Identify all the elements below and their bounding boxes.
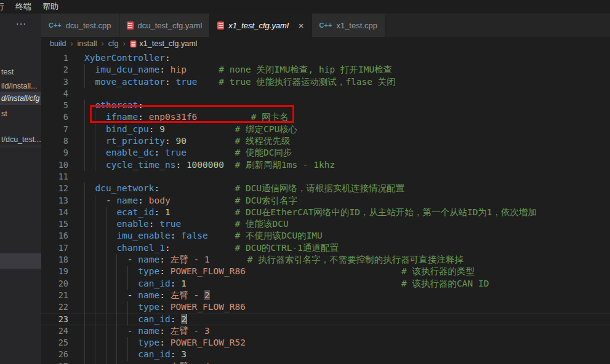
line-number: 15 (41, 218, 68, 230)
code-line[interactable]: 20 can_id: 1 # 该执行器的CAN ID (41, 278, 610, 290)
code-text: rt_priority: 90 # 线程优先级 (84, 135, 290, 147)
tab-label: x1_test.cpp (336, 21, 377, 30)
code-line[interactable]: 5 ethercat: (41, 100, 610, 111)
tab-x1-test-cfg-yaml-active[interactable]: x1_test_cfg.yaml × (210, 14, 311, 37)
tab-bar: C++ dcu_test.cpp dcu_test_cfg.yaml x1_te… (41, 14, 610, 37)
sidebar-item[interactable]: t/dcu_test... (0, 133, 41, 146)
code-line[interactable]: 6 ifname: enp0s31f6 # 网卡名 (41, 111, 610, 123)
sidebar-item[interactable]: ild/install... (0, 79, 41, 93)
code-text: XyberController: (84, 52, 171, 64)
menu-item-terminal[interactable]: 终端 (10, 0, 37, 14)
code-line[interactable]: 4 (41, 88, 610, 100)
line-number: 23 (41, 314, 68, 325)
code-text: - name: body # DCU索引名字 (84, 195, 297, 207)
breadcrumb-item-install[interactable]: install (78, 39, 97, 48)
breadcrumb-file-label: x1_test_cfg.yaml (140, 39, 198, 48)
line-number: 4 (41, 88, 68, 100)
sidebar-item-highlighted[interactable] (0, 253, 41, 269)
sidebar-item-selected[interactable]: d/install/cfg (0, 92, 41, 105)
code-line[interactable]: 7 bind_cpu: 9 # 绑定CPU核心 (41, 124, 610, 135)
code-line[interactable]: 19 type: POWER_FLOW_R86 # 该执行器的类型 (41, 266, 610, 277)
breadcrumb-item-cfg[interactable]: cfg (108, 39, 119, 48)
tab-x1-test-cpp[interactable]: C++ x1_test.cpp (312, 14, 385, 37)
code-text: ecat_id: 1 # DCU在EtherCAT网络中的ID，从主站开始，第一… (84, 207, 537, 218)
code-line[interactable]: 3 move_actuator: true # true 使能执行器运动测试，f… (41, 76, 610, 88)
line-number: 14 (41, 207, 68, 218)
code-text: ethercat: (84, 100, 143, 111)
code-text: imu_enable: false # 不使用该DCU的IMU (84, 230, 323, 242)
code-text: - name: 左臂 - 2 (84, 290, 210, 301)
code-text: can_id: 3 (84, 349, 187, 360)
code-line[interactable]: 23 can_id: 2 (41, 314, 610, 325)
line-number: 21 (41, 290, 68, 301)
breadcrumb: build › install › cfg › x1_test_cfg.yaml (41, 37, 610, 50)
tab-dcu-test-cfg-yaml[interactable]: dcu_test_cfg.yaml (119, 14, 211, 37)
code-line[interactable]: 25 type: POWER_FLOW_R52 (41, 337, 610, 349)
tab-label: dcu_test_cfg.yaml (138, 21, 203, 30)
code-line[interactable]: 14 ecat_id: 1 # DCU在EtherCAT网络中的ID，从主站开始… (41, 207, 610, 218)
line-number: 27 (41, 361, 68, 364)
sidebar-item[interactable]: st (0, 107, 41, 121)
code-line[interactable]: 16 imu_enable: false # 不使用该DCU的IMU (41, 230, 610, 242)
code-text: enable_dc: true # 使能DC同步 (84, 147, 292, 159)
code-line[interactable]: 27 - name: 左臂 - 4 (41, 361, 610, 364)
code-text: can_id: 1 # 该执行器的CAN ID (84, 278, 489, 290)
sidebar-item[interactable]: test (0, 65, 41, 79)
line-number: 3 (41, 76, 68, 88)
line-number: 12 (41, 183, 68, 194)
line-number: 17 (41, 242, 68, 254)
more-actions-icon[interactable]: ··· (16, 18, 26, 28)
line-number: 25 (41, 337, 68, 349)
code-line[interactable]: 21 - name: 左臂 - 2 (41, 290, 610, 301)
chevron-right-icon: › (122, 39, 125, 48)
menu-item-run[interactable]: 行 (0, 0, 10, 14)
code-text: can_id: 2 (84, 314, 187, 325)
editor-group: C++ dcu_test.cpp dcu_test_cfg.yaml x1_te… (41, 14, 610, 364)
code-line[interactable]: 18 - name: 左臂 - 1 # 执行器索引名字，不需要控制的执行器可直接… (41, 254, 610, 266)
menu-item-help[interactable]: 帮助 (37, 0, 64, 14)
cpp-file-icon: C++ (49, 22, 62, 29)
code-line[interactable]: 10 cycle_time_ns: 1000000 # 刷新周期1ms - 1k… (41, 159, 610, 171)
code-line[interactable]: 17 channel_1: # DCU的CTRL-1通道配置 (41, 242, 610, 254)
code-text: cycle_time_ns: 1000000 # 刷新周期1ms - 1khz (84, 159, 335, 171)
code-area[interactable]: 1XyberController:2 imu_dcu_name: hip # n… (41, 50, 610, 364)
code-text: type: POWER_FLOW_R86 # 该执行器的类型 (84, 266, 475, 277)
code-line[interactable]: 11 (41, 171, 610, 183)
code-line[interactable]: 9 enable_dc: true # 使能DC同步 (41, 147, 610, 159)
breadcrumb-item-file[interactable]: x1_test_cfg.yaml (130, 39, 198, 48)
line-number: 16 (41, 230, 68, 242)
code-text: type: POWER_FLOW_R86 (84, 301, 246, 313)
code-line[interactable]: 24 - name: 左臂 - 3 (41, 325, 610, 337)
code-line[interactable]: 1XyberController: (41, 52, 610, 64)
line-number: 5 (41, 100, 68, 111)
code-line[interactable]: 13 - name: body # DCU索引名字 (41, 195, 610, 207)
line-number: 24 (41, 325, 68, 337)
code-text: - name: 左臂 - 3 (84, 325, 210, 337)
code-line[interactable]: 12 dcu_network: # DCU通信网络，请根据实机连接情况配置 (41, 183, 610, 194)
yaml-file-icon (130, 40, 136, 47)
line-number: 2 (41, 64, 68, 76)
line-number: 26 (41, 349, 68, 360)
code-line[interactable]: 22 type: POWER_FLOW_R86 (41, 301, 610, 313)
line-number: 11 (41, 171, 68, 183)
code-line[interactable]: 8 rt_priority: 90 # 线程优先级 (41, 135, 610, 147)
line-number: 6 (41, 111, 68, 123)
code-text: enable: true # 使能该DCU (84, 218, 289, 230)
code-text: ifname: enp0s31f6 # 网卡名 (84, 111, 289, 123)
breadcrumb-item-build[interactable]: build (50, 39, 66, 48)
code-text: imu_dcu_name: hip # none 关闭IMU检查, hip 打开… (84, 64, 392, 76)
tab-dcu-test-cpp[interactable]: C++ dcu_test.cpp (41, 14, 119, 37)
code-line[interactable]: 15 enable: true # 使能该DCU (41, 218, 610, 230)
tab-label: x1_test_cfg.yaml (228, 21, 289, 30)
close-icon[interactable]: × (299, 21, 304, 30)
line-number: 18 (41, 254, 68, 266)
line-number: 1 (41, 52, 68, 64)
line-number: 9 (41, 147, 68, 159)
line-number: 8 (41, 135, 68, 147)
yaml-file-icon (127, 22, 134, 30)
code-line[interactable]: 2 imu_dcu_name: hip # none 关闭IMU检查, hip … (41, 64, 610, 76)
code-text: type: POWER_FLOW_R52 (84, 337, 246, 349)
line-number: 10 (41, 159, 68, 171)
sidebar-panel: ··· test ild/install... d/install/cfg st… (0, 14, 41, 364)
code-line[interactable]: 26 can_id: 3 (41, 349, 610, 360)
